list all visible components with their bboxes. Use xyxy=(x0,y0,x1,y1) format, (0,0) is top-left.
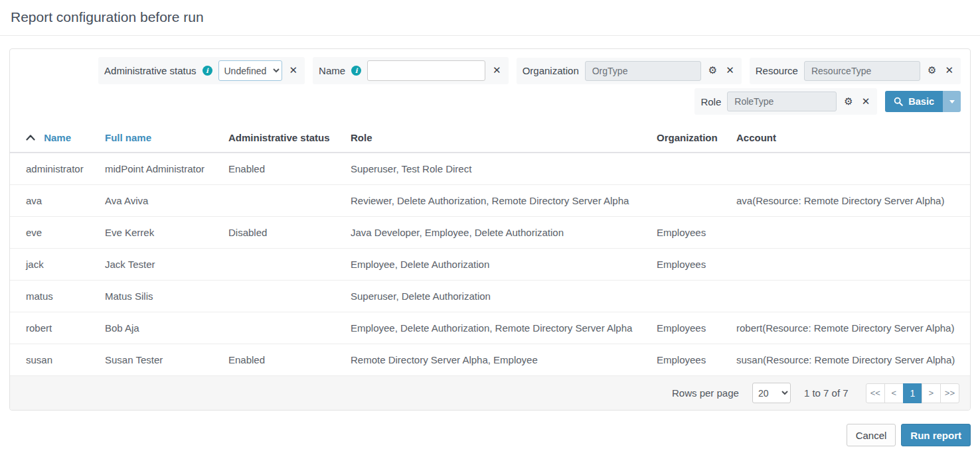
name-filter-input[interactable] xyxy=(367,60,485,81)
table-row: avaAva AvivaReviewer, Delete Authorizati… xyxy=(10,185,970,217)
cell-admin-status xyxy=(228,249,351,281)
cell-fullname: Susan Tester xyxy=(105,344,228,376)
search-button-label: Basic xyxy=(908,96,934,107)
cell-fullname: Eve Kerrek xyxy=(105,217,228,249)
cell-role: Employee, Delete Authorization, Remote D… xyxy=(351,312,657,344)
cell-account xyxy=(736,249,970,281)
filter-name: Name i ✕ xyxy=(313,57,509,84)
cell-account xyxy=(736,281,970,312)
cell-account: robert(Resource: Remote Directory Server… xyxy=(736,312,970,344)
info-icon: i xyxy=(203,66,212,76)
cell-organization: Employees xyxy=(657,249,736,281)
rows-per-page-select[interactable]: 20 xyxy=(752,383,791,403)
cell-organization xyxy=(657,185,736,217)
cell-role: Remote Directory Server Alpha, Employee xyxy=(351,344,657,376)
table-row: jackJack TesterEmployee, Delete Authoriz… xyxy=(10,249,970,281)
filter-label-name: Name xyxy=(319,65,345,76)
page-title: Report configuration before run xyxy=(11,9,969,25)
search-icon xyxy=(894,97,903,106)
filter-label-administrative-status: Administrative status xyxy=(104,65,196,76)
cell-name: ava xyxy=(10,185,105,217)
cell-fullname: midPoint Administrator xyxy=(105,153,228,185)
filter-row-1: Administrative status i Undefined ✕ Name… xyxy=(19,57,961,84)
cell-name: matus xyxy=(10,281,105,312)
filter-label-organization: Organization xyxy=(523,65,579,76)
filter-organization: Organization ⚙︎ ✕ xyxy=(517,58,742,84)
cell-fullname: Matus Silis xyxy=(105,281,228,312)
table-row: matusMatus SilisSuperuser, Delete Author… xyxy=(10,281,970,312)
column-header-account: Account xyxy=(736,123,970,153)
role-settings-gear-icon[interactable]: ⚙︎ xyxy=(843,96,854,108)
cell-fullname: Ava Aviva xyxy=(105,185,228,217)
pagination: << < 1 > >> xyxy=(866,383,959,403)
cancel-button[interactable]: Cancel xyxy=(847,424,896,446)
cell-account: susan(Resource: Remote Directory Server … xyxy=(736,344,970,376)
pagination-last-button[interactable]: >> xyxy=(940,383,959,403)
administrative-status-select[interactable]: Undefined xyxy=(218,60,282,81)
resource-settings-gear-icon[interactable]: ⚙︎ xyxy=(926,64,938,77)
cell-role: Superuser, Delete Authorization xyxy=(351,281,657,312)
cell-name: jack xyxy=(10,249,105,281)
table-body: administratormidPoint AdministratorEnabl… xyxy=(10,153,970,375)
report-config-panel: Administrative status i Undefined ✕ Name… xyxy=(9,48,971,411)
pagination-prev-button[interactable]: < xyxy=(884,383,904,403)
pagination-page-1-button[interactable]: 1 xyxy=(903,383,922,403)
table-row: robertBob AjaEmployee, Delete Authorizat… xyxy=(10,312,970,344)
column-header-name[interactable]: Name xyxy=(44,132,71,143)
column-header-role: Role xyxy=(351,123,657,153)
table-row: administratormidPoint AdministratorEnabl… xyxy=(10,153,970,185)
cell-organization: Employees xyxy=(657,217,736,249)
remove-role-filter-icon[interactable]: ✕ xyxy=(860,96,872,108)
cell-admin-status xyxy=(228,281,351,312)
results-table: Name Full name Administrative status Rol… xyxy=(10,123,970,375)
sort-ascending-icon[interactable] xyxy=(26,131,38,143)
remove-name-filter-icon[interactable]: ✕ xyxy=(491,64,503,77)
cell-admin-status: Disabled xyxy=(228,217,351,249)
filter-role: Role ⚙︎ ✕ xyxy=(694,88,877,115)
cell-account: ava(Resource: Remote Directory Server Al… xyxy=(736,185,970,217)
run-report-button[interactable]: Run report xyxy=(901,424,971,446)
cell-name: susan xyxy=(10,344,105,376)
cell-organization xyxy=(657,153,736,185)
search-basic-button[interactable]: Basic xyxy=(885,91,943,112)
cell-admin-status: Enabled xyxy=(228,153,351,185)
cell-admin-status xyxy=(228,185,351,217)
cell-organization: Employees xyxy=(657,344,736,376)
cell-admin-status: Enabled xyxy=(228,344,351,376)
filter-label-role: Role xyxy=(700,96,721,107)
cell-admin-status xyxy=(228,312,351,344)
role-type-input[interactable] xyxy=(727,92,837,111)
cell-role: Employee, Delete Authorization xyxy=(351,249,657,281)
dialog-actions: Cancel Run report xyxy=(0,424,971,446)
search-split-button: Basic xyxy=(885,91,961,112)
pagination-count-text: 1 to 7 of 7 xyxy=(804,387,849,399)
cell-role: Reviewer, Delete Authorization, Remote D… xyxy=(351,185,657,217)
cell-account xyxy=(736,217,970,249)
remove-organization-filter-icon[interactable]: ✕ xyxy=(724,64,736,77)
column-header-organization: Organization xyxy=(657,123,736,153)
search-mode-dropdown-button[interactable] xyxy=(943,91,961,112)
table-row: susanSusan TesterEnabledRemote Directory… xyxy=(10,344,970,376)
pagination-first-button[interactable]: << xyxy=(866,383,885,403)
table-footer: Rows per page 20 1 to 7 of 7 << < 1 > >> xyxy=(10,375,970,410)
organization-settings-gear-icon[interactable]: ⚙︎ xyxy=(707,64,718,77)
pagination-next-button[interactable]: > xyxy=(922,383,941,403)
remove-resource-filter-icon[interactable]: ✕ xyxy=(943,64,955,77)
filter-administrative-status: Administrative status i Undefined ✕ xyxy=(98,57,305,84)
resource-type-input[interactable] xyxy=(804,61,920,81)
organization-type-input[interactable] xyxy=(585,61,701,81)
column-header-admin-status: Administrative status xyxy=(228,123,351,153)
table-header: Name Full name Administrative status Rol… xyxy=(10,123,970,153)
cell-organization: Employees xyxy=(657,312,736,344)
cell-fullname: Bob Aja xyxy=(105,312,228,344)
cell-name: eve xyxy=(10,217,105,249)
cell-name: administrator xyxy=(10,153,105,185)
column-header-fullname[interactable]: Full name xyxy=(105,132,151,143)
table-row: eveEve KerrekDisabledJava Developer, Emp… xyxy=(10,217,970,249)
cell-role: Java Developer, Employee, Delete Authori… xyxy=(351,217,657,249)
rows-per-page-label: Rows per page xyxy=(672,387,739,399)
cell-organization xyxy=(657,281,736,312)
filter-row-2: Role ⚙︎ ✕ Basic xyxy=(19,88,961,115)
cell-account xyxy=(736,153,970,185)
remove-administrative-status-filter-icon[interactable]: ✕ xyxy=(288,64,299,77)
